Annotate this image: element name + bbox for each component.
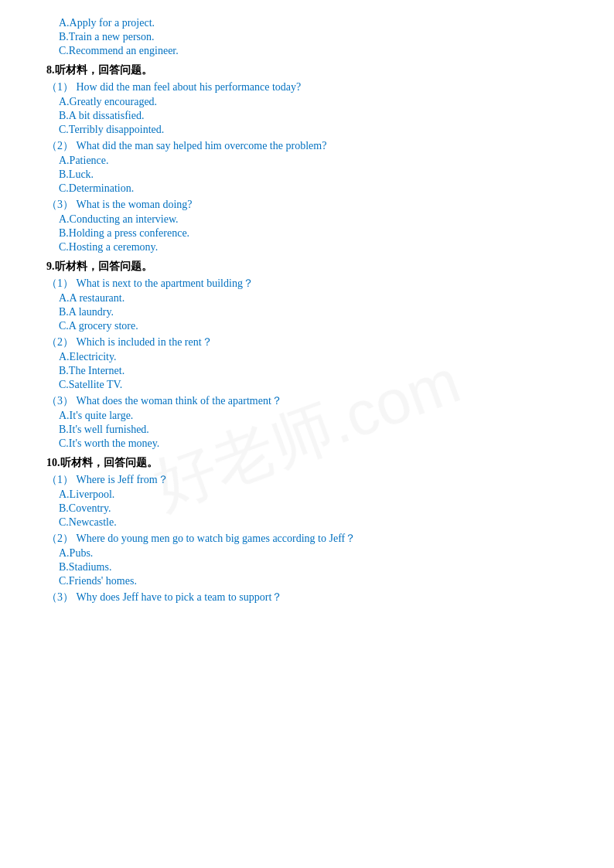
section-9-q2-text: （2） Which is included in the rent？	[46, 335, 568, 349]
intro-option-b: B.Train a new person.	[59, 31, 568, 43]
section-10-q2-b: B.Stadiums.	[59, 561, 568, 574]
section-8-q2: （2） What did the man say helped him over…	[46, 139, 568, 195]
section-8-q3: （3） What is the woman doing? A.Conductin…	[46, 198, 568, 254]
section-9-q1-a: A.A restaurant.	[59, 292, 568, 305]
section-8-q1: （1） How did the man feel about his perfo…	[46, 80, 568, 136]
section-8-q2-c: C.Determination.	[59, 182, 568, 195]
section-9-q1-c: C.A grocery store.	[59, 320, 568, 332]
section-10-q1-c: C.Newcastle.	[59, 516, 568, 529]
section-8-q3-b: B.Holding a press conference.	[59, 227, 568, 240]
section-10-q1-text: （1） Where is Jeff from？	[46, 473, 568, 487]
section-10-q1-a: A.Liverpool.	[59, 488, 568, 501]
intro-options-block: A.Apply for a project. B.Train a new per…	[46, 17, 568, 57]
intro-option-a: A.Apply for a project.	[59, 17, 568, 29]
section-8-q3-c: C.Hosting a ceremony.	[59, 241, 568, 254]
section-8-header: 8.听材料，回答问题。	[46, 63, 568, 77]
section-9-q3: （3） What does the woman think of the apa…	[46, 394, 568, 450]
section-9-q1-text: （1） What is next to the apartment buildi…	[46, 277, 568, 291]
section-9-q1: （1） What is next to the apartment buildi…	[46, 277, 568, 332]
section-10-q2-text: （2） Where do young men go to watch big g…	[46, 532, 568, 546]
section-10-q2-a: A.Pubs.	[59, 547, 568, 560]
section-9-q1-b: B.A laundry.	[59, 306, 568, 318]
section-8-q3-text: （3） What is the woman doing?	[46, 198, 568, 212]
section-8-q1-b: B.A bit dissatisfied.	[59, 110, 568, 122]
section-8-q1-text: （1） How did the man feel about his perfo…	[46, 80, 568, 94]
section-8: 8.听材料，回答问题。 （1） How did the man feel abo…	[46, 63, 568, 254]
section-10-q2-c: C.Friends' homes.	[59, 575, 568, 587]
section-10-header: 10.听材料，回答问题。	[46, 456, 568, 470]
section-9-header: 9.听材料，回答问题。	[46, 260, 568, 274]
section-10-q2: （2） Where do young men go to watch big g…	[46, 532, 568, 587]
content-area: A.Apply for a project. B.Train a new per…	[46, 17, 568, 604]
section-10: 10.听材料，回答问题。 （1） Where is Jeff from？ A.L…	[46, 456, 568, 604]
section-8-q2-text: （2） What did the man say helped him over…	[46, 139, 568, 153]
section-8-q3-a: A.Conducting an interview.	[59, 213, 568, 226]
section-9-q2: （2） Which is included in the rent？ A.Ele…	[46, 335, 568, 391]
section-9-q3-c: C.It's worth the money.	[59, 437, 568, 450]
section-9-q3-a: A.It's quite large.	[59, 410, 568, 422]
section-10-q1: （1） Where is Jeff from？ A.Liverpool. B.C…	[46, 473, 568, 529]
section-8-q2-b: B.Luck.	[59, 168, 568, 181]
section-9-q3-text: （3） What does the woman think of the apa…	[46, 394, 568, 408]
section-8-q1-a: A.Greatly encouraged.	[59, 96, 568, 108]
section-10-q3-text: （3） Why does Jeff have to pick a team to…	[46, 591, 568, 604]
section-9-q2-c: C.Satellite TV.	[59, 379, 568, 391]
section-8-q1-c: C.Terribly disappointed.	[59, 124, 568, 136]
section-9-q2-a: A.Electricity.	[59, 351, 568, 363]
section-10-q1-b: B.Coventry.	[59, 502, 568, 515]
intro-option-c: C.Recommend an engineer.	[59, 45, 568, 57]
section-8-q2-a: A.Patience.	[59, 155, 568, 167]
section-9: 9.听材料，回答问题。 （1） What is next to the apar…	[46, 260, 568, 450]
section-9-q3-b: B.It's well furnished.	[59, 424, 568, 436]
section-10-q3: （3） Why does Jeff have to pick a team to…	[46, 591, 568, 604]
section-9-q2-b: B.The Internet.	[59, 365, 568, 377]
